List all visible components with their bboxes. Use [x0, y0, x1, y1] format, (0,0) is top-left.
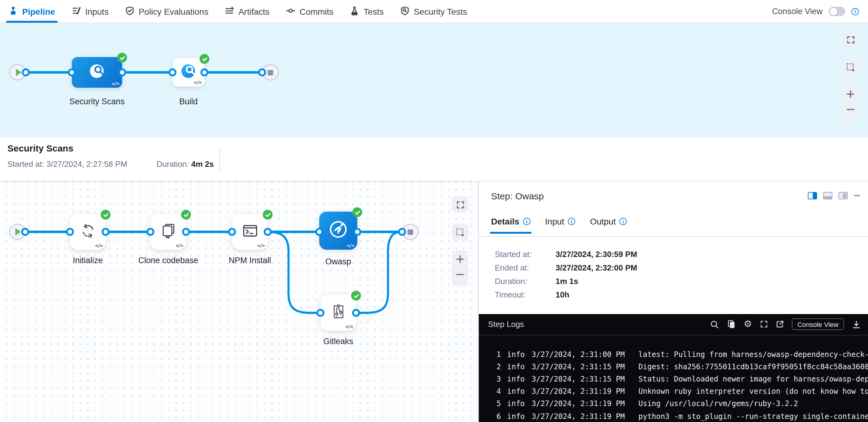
- zoom-in-icon[interactable]: [846, 90, 855, 101]
- log-level: info: [507, 362, 524, 371]
- scan-stage-icon: [180, 63, 197, 82]
- tab-artifacts[interactable]: Artifacts: [225, 0, 270, 23]
- stage-label-security-scans[interactable]: Security Scans: [69, 97, 125, 106]
- zoom-out-icon[interactable]: [456, 270, 465, 282]
- zoom-in-icon[interactable]: [456, 255, 465, 266]
- layout-bottom-icon[interactable]: [823, 192, 832, 199]
- step-label-npm-install[interactable]: NPM Install: [229, 256, 271, 265]
- check-icon: [352, 207, 362, 217]
- pipeline-icon: [9, 6, 18, 17]
- check-icon: [117, 53, 127, 63]
- code-icon: [347, 243, 354, 249]
- tab-details[interactable]: Details: [491, 217, 530, 234]
- edge: [122, 71, 173, 74]
- info-icon[interactable]: [523, 218, 530, 225]
- marquee-select-button[interactable]: [452, 224, 468, 240]
- step-node-owasp[interactable]: [319, 212, 357, 250]
- detail-row-ended: Ended at: 3/27/2024, 2:32:00 PM: [495, 263, 637, 272]
- port: [146, 228, 154, 236]
- tab-input[interactable]: Input: [545, 217, 575, 234]
- log-row: 5info3/27/2024, 2:31:19 PMUsing /usr/loc…: [492, 398, 868, 410]
- log-line-number: 5: [492, 400, 501, 408]
- port: [118, 68, 126, 76]
- step-label-clone-codebase[interactable]: Clone codebase: [138, 256, 198, 265]
- lower-section: Initialize Clone codebase NPM Install Ow…: [0, 182, 868, 422]
- tab-tests[interactable]: Tests: [350, 0, 384, 23]
- step-details-panel: Step: Owasp Details Input Output: [478, 182, 868, 422]
- marquee-select-button[interactable]: [842, 59, 859, 75]
- panel-title: Step: Owasp: [491, 191, 544, 201]
- stage-label-build[interactable]: Build: [179, 97, 198, 106]
- tab-pipeline[interactable]: Pipeline: [9, 0, 55, 23]
- screenshot-viewport: Pipeline Inputs Policy Evaluations Artif…: [0, 0, 868, 422]
- detail-label: Timeout:: [495, 290, 556, 299]
- layout-float-icon[interactable]: [839, 192, 848, 199]
- info-icon[interactable]: [851, 8, 859, 15]
- edge: [25, 231, 70, 233]
- stage-duration: Duration: 4m 2s: [157, 160, 214, 169]
- log-row: 3info3/27/2024, 2:31:15 PMStatus: Downlo…: [492, 373, 868, 385]
- step-node-npm-install[interactable]: [232, 214, 268, 250]
- tab-security-tests[interactable]: Security Tests: [400, 0, 467, 23]
- fullscreen-button[interactable]: [452, 196, 468, 213]
- fullscreen-button[interactable]: [842, 31, 859, 48]
- copy-icon[interactable]: [727, 320, 736, 329]
- step-node-gitleaks[interactable]: [320, 295, 356, 331]
- tab-label: Security Tests: [414, 6, 467, 16]
- layout-right-icon[interactable]: [808, 192, 817, 199]
- tab-policy-evaluations[interactable]: Policy Evaluations: [125, 0, 208, 23]
- log-line-number: 1: [492, 350, 501, 359]
- clone-codebase-icon: [160, 222, 177, 241]
- gear-icon[interactable]: ⚙: [744, 320, 752, 329]
- port: [22, 68, 30, 76]
- step-node-initialize[interactable]: [70, 214, 105, 250]
- log-message: Unknown ruby interpreter version (do not…: [639, 387, 868, 396]
- edge: [357, 231, 402, 233]
- pipeline-execution-page: Pipeline Inputs Policy Evaluations Artif…: [0, 0, 868, 422]
- step-label-owasp[interactable]: Owasp: [326, 257, 351, 266]
- check-icon: [101, 210, 111, 220]
- detail-row-timeout: Timeout: 10h: [495, 290, 569, 299]
- stage-node-build[interactable]: [173, 58, 205, 87]
- download-icon[interactable]: [852, 320, 861, 328]
- console-view-button[interactable]: Console View: [792, 318, 844, 330]
- tab-label: Artifacts: [239, 6, 270, 16]
- step-label-initialize[interactable]: Initialize: [73, 256, 103, 265]
- tab-output[interactable]: Output: [590, 217, 627, 234]
- detail-value: 10h: [556, 290, 569, 299]
- divider: [219, 147, 220, 172]
- step-node-clone-codebase[interactable]: [150, 214, 186, 250]
- stage-node-security-scans[interactable]: [72, 57, 122, 88]
- port: [168, 68, 177, 76]
- info-icon[interactable]: [568, 218, 575, 225]
- log-line-number: 3: [492, 375, 501, 383]
- security-tests-icon: [400, 6, 409, 17]
- tab-label: Tests: [364, 6, 384, 16]
- stage-started-at: Started at: 3/27/2024, 2:27:58 PM: [7, 160, 127, 169]
- info-icon[interactable]: [619, 218, 627, 225]
- search-icon[interactable]: [711, 320, 719, 328]
- detail-label: Started at:: [495, 250, 556, 259]
- detail-label: Ended at:: [495, 263, 556, 272]
- tab-inputs[interactable]: Inputs: [71, 0, 108, 23]
- port: [315, 228, 323, 236]
- check-icon: [263, 210, 273, 220]
- code-icon: [112, 81, 119, 87]
- log-row: 4info3/27/2024, 2:31:19 PMUnknown ruby i…: [492, 385, 868, 397]
- toggle-knob: [830, 8, 837, 15]
- fullscreen-icon[interactable]: [760, 320, 768, 328]
- step-graph-canvas[interactable]: Initialize Clone codebase NPM Install Ow…: [0, 182, 478, 422]
- detail-row-started: Started at: 3/27/2024, 2:30:59 PM: [495, 250, 637, 259]
- tab-commits[interactable]: Commits: [286, 0, 333, 23]
- zoom-out-icon[interactable]: [846, 105, 855, 117]
- minimize-icon[interactable]: [854, 195, 860, 197]
- stage-graph-canvas[interactable]: Security Scans Build: [0, 23, 868, 137]
- console-view-toggle[interactable]: [829, 7, 845, 16]
- open-in-new-icon[interactable]: [776, 320, 784, 328]
- gitleaks-icon: [329, 303, 347, 323]
- step-label-gitleaks[interactable]: Gitleaks: [323, 337, 353, 346]
- log-lines[interactable]: 1info3/27/2024, 2:31:00 PMlatest: Pullin…: [479, 335, 868, 422]
- tab-label: Policy Evaluations: [139, 6, 208, 16]
- port: [66, 228, 74, 236]
- stop-icon: [407, 229, 413, 235]
